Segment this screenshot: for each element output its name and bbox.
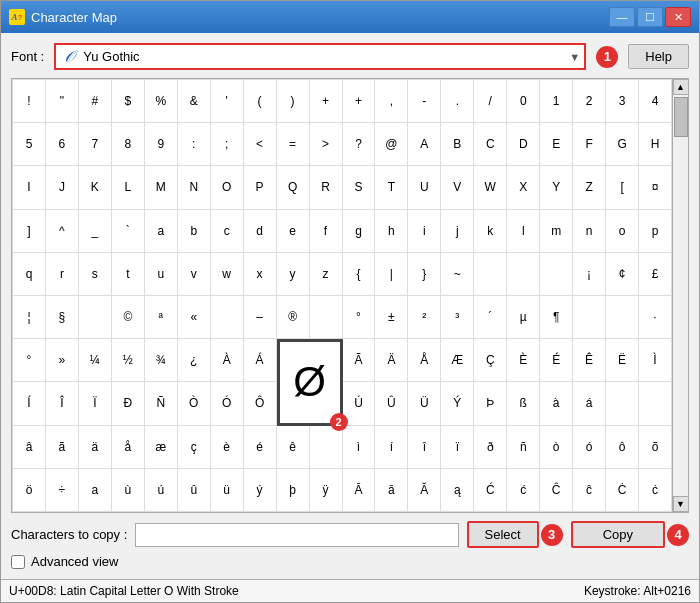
char-cell[interactable]: , [375, 80, 408, 123]
char-cell[interactable]: B [441, 123, 474, 166]
char-cell[interactable]: É [540, 339, 573, 382]
char-cell[interactable]: _ [79, 210, 112, 253]
char-cell[interactable]: = [277, 123, 310, 166]
char-cell[interactable]: ą [441, 469, 474, 512]
char-cell[interactable]: | [375, 253, 408, 296]
char-cell[interactable]: t [112, 253, 145, 296]
char-cell[interactable]: l [507, 210, 540, 253]
char-cell[interactable]: ô [606, 426, 639, 469]
char-cell[interactable]: ´ [474, 296, 507, 339]
char-cell[interactable]: Ċ [606, 469, 639, 512]
char-cell[interactable]: H [639, 123, 672, 166]
char-cell[interactable]: @ [375, 123, 408, 166]
char-cell[interactable]: V [441, 166, 474, 209]
char-cell[interactable] [639, 382, 672, 425]
char-cell[interactable]: < [244, 123, 277, 166]
char-cell[interactable]: & [178, 80, 211, 123]
char-cell[interactable]: Ñ [145, 382, 178, 425]
char-cell[interactable]: r [46, 253, 79, 296]
char-cell[interactable]: W [474, 166, 507, 209]
char-cell[interactable]: ® [277, 296, 310, 339]
char-cell[interactable]: k [474, 210, 507, 253]
char-cell[interactable]: è [211, 426, 244, 469]
font-dropdown-arrow[interactable]: ▼ [569, 51, 580, 63]
char-cell[interactable]: m [540, 210, 573, 253]
char-cell[interactable]: C [474, 123, 507, 166]
char-cell[interactable]: î [408, 426, 441, 469]
char-cell[interactable] [79, 296, 112, 339]
char-cell[interactable]: ¶ [540, 296, 573, 339]
char-cell[interactable]: ^ [46, 210, 79, 253]
char-cell[interactable]: Ô [244, 382, 277, 425]
char-cell[interactable]: © [112, 296, 145, 339]
close-button[interactable]: ✕ [665, 7, 691, 27]
char-cell[interactable]: å [112, 426, 145, 469]
char-cell[interactable]: n [573, 210, 606, 253]
minimize-button[interactable]: — [609, 7, 635, 27]
char-cell[interactable]: ° [343, 296, 376, 339]
char-cell[interactable]: ½ [112, 339, 145, 382]
char-cell[interactable]: A [408, 123, 441, 166]
char-cell[interactable]: 0 [507, 80, 540, 123]
char-cell[interactable]: Ă [408, 469, 441, 512]
char-cell[interactable] [211, 296, 244, 339]
char-cell[interactable]: ³ [441, 296, 474, 339]
char-cell[interactable]: ; [211, 123, 244, 166]
char-cell[interactable]: Ð [112, 382, 145, 425]
char-cell[interactable]: d [244, 210, 277, 253]
char-cell[interactable]: I [13, 166, 46, 209]
char-cell[interactable]: ó [573, 426, 606, 469]
char-cell[interactable]: û [178, 469, 211, 512]
char-cell[interactable] [474, 253, 507, 296]
char-cell[interactable]: [ [606, 166, 639, 209]
char-cell[interactable]: ' [211, 80, 244, 123]
char-cell[interactable]: 6 [46, 123, 79, 166]
char-cell[interactable]: ç [178, 426, 211, 469]
char-cell[interactable]: Ï [79, 382, 112, 425]
char-cell[interactable]: æ [145, 426, 178, 469]
char-cell[interactable]: E [540, 123, 573, 166]
char-cell[interactable] [606, 296, 639, 339]
char-cell[interactable]: ò [540, 426, 573, 469]
char-cell[interactable]: f [310, 210, 343, 253]
char-cell[interactable]: . [441, 80, 474, 123]
char-cell[interactable]: N [178, 166, 211, 209]
scroll-thumb[interactable] [674, 97, 688, 137]
char-cell[interactable]: + [343, 80, 376, 123]
char-cell[interactable]: ± [375, 296, 408, 339]
char-cell[interactable]: À [211, 339, 244, 382]
char-cell[interactable]: D [507, 123, 540, 166]
char-cell[interactable] [310, 426, 343, 469]
char-cell[interactable]: Ý [441, 382, 474, 425]
char-cell[interactable]: - [408, 80, 441, 123]
char-cell[interactable]: Î [46, 382, 79, 425]
char-cell[interactable]: { [343, 253, 376, 296]
char-cell[interactable]: ² [408, 296, 441, 339]
char-cell[interactable]: » [46, 339, 79, 382]
char-cell[interactable]: 2 [573, 80, 606, 123]
char-cell[interactable]: â [13, 426, 46, 469]
char-cell[interactable]: Þ [474, 382, 507, 425]
selected-char-cell[interactable]: Ø2 [277, 339, 343, 425]
char-cell[interactable]: Y [540, 166, 573, 209]
char-cell[interactable]: ¢ [606, 253, 639, 296]
char-cell[interactable]: M [145, 166, 178, 209]
char-cell[interactable]: ĉ [573, 469, 606, 512]
char-cell[interactable]: + [310, 80, 343, 123]
char-cell[interactable]: « [178, 296, 211, 339]
char-cell[interactable]: v [178, 253, 211, 296]
char-cell[interactable]: Ā [343, 469, 376, 512]
char-cell[interactable]: g [343, 210, 376, 253]
char-cell[interactable]: 1 [540, 80, 573, 123]
char-cell[interactable]: ¦ [13, 296, 46, 339]
char-cell[interactable]: z [310, 253, 343, 296]
char-cell[interactable]: ! [13, 80, 46, 123]
char-cell[interactable] [573, 296, 606, 339]
copy-button[interactable]: Copy [571, 521, 665, 548]
char-cell[interactable]: ) [277, 80, 310, 123]
char-cell[interactable]: Ë [606, 339, 639, 382]
char-cell[interactable]: í [375, 426, 408, 469]
char-cell[interactable]: ÷ [46, 469, 79, 512]
char-cell[interactable]: h [375, 210, 408, 253]
char-cell[interactable]: G [606, 123, 639, 166]
